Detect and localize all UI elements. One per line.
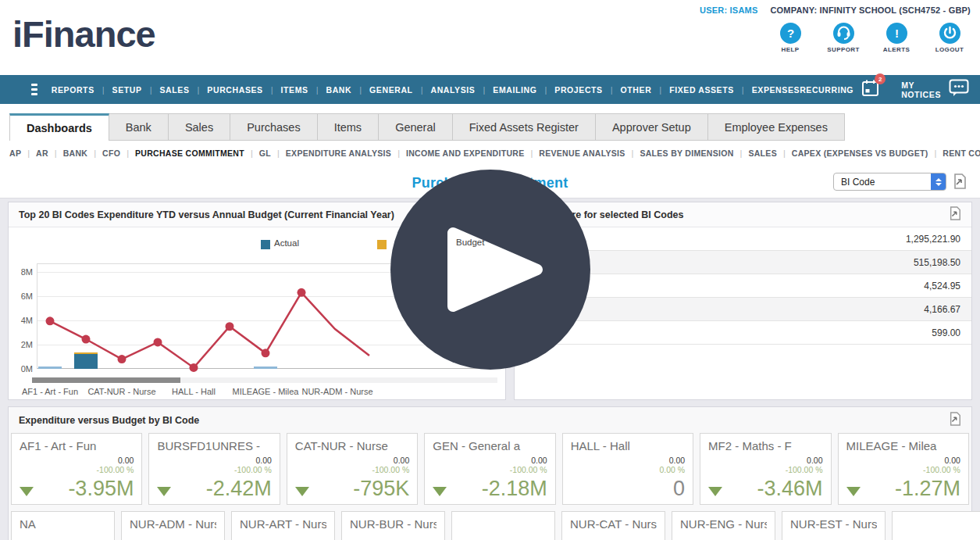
kpi-card-nur-est-nurse[interactable]: NUR-EST - Nurse <box>782 511 886 540</box>
subnav-item-sales-by-dimension[interactable]: SALES BY DIMENSION <box>640 148 733 158</box>
tab-dashboards[interactable]: Dashboards <box>9 113 109 141</box>
y-axis-tick-label: 6M <box>11 291 33 301</box>
tab-purchases[interactable]: Purchases <box>230 113 318 141</box>
kpi-card-title: NUR-CAT - Nurse <box>570 517 657 531</box>
legend-budget-label[interactable]: Budget <box>456 238 484 247</box>
kpi-cards-row1: AF1 - Art - Fun0.00-100.00 %-3.95MBURSFD… <box>11 433 969 505</box>
help-label: HELP <box>769 46 811 53</box>
tab-employee-expenses[interactable]: Employee Expenses <box>708 113 845 141</box>
tab-general[interactable]: General <box>379 113 453 141</box>
kpi-delta: -3.46M <box>757 478 822 499</box>
recurring-button[interactable]: RECURRING <box>800 85 853 95</box>
alerts-button[interactable]: !ALERTS <box>875 23 918 53</box>
legend-actual-label[interactable]: Actual <box>274 238 299 248</box>
alerts-icon: ! <box>886 23 907 44</box>
nav-item-analysis[interactable]: ANALYSIS <box>431 85 476 95</box>
kpi-card-title: NUR-ADM - Nurse <box>130 517 216 531</box>
hamburger-menu-icon[interactable] <box>31 81 37 98</box>
nav-item-bank[interactable]: BANK <box>326 85 352 95</box>
nav-separator: | <box>544 85 547 95</box>
help-button[interactable]: ?HELP <box>769 23 811 53</box>
kpi-card-nur-adm-nurse[interactable]: NUR-ADM - Nurse <box>121 511 225 540</box>
kpi-card-cat-nur-nurse[interactable]: CAT-NUR - Nurse0.00-100.00 %-795K <box>287 433 418 505</box>
table-row[interactable]: 599.00 <box>515 321 971 345</box>
nav-item-reports[interactable]: REPORTS <box>52 85 94 95</box>
legend-committed-swatch[interactable] <box>377 240 387 249</box>
logout-button[interactable]: LOGOUT <box>928 23 971 53</box>
subnav-item-purchase-commitment[interactable]: PURCHASE COMMITMENT <box>135 148 244 158</box>
subnav-item-revenue-analysis[interactable]: REVENUE ANALYSIS <box>539 148 625 158</box>
user-label: USER: ISAMS <box>700 5 757 15</box>
kpi-card-title: NA <box>20 517 106 531</box>
subnav-item-capex-expenses-vs-budget[interactable]: CAPEX (EXPENSES VS BUDGET) <box>792 148 928 158</box>
main-nav-right: RECURRING 2 MY NOTICES <box>800 79 969 100</box>
subnav-item-rent-collection[interactable]: RENT COLLECTION <box>943 148 980 158</box>
subnav-item-income-and-expenditure[interactable]: INCOME AND EXPENDITURE <box>406 148 524 158</box>
company-label: COMPANY: INFINITY SCHOOL (SCH4752 - GBP) <box>770 5 971 15</box>
kpi-bottom-row: -2.18M <box>433 478 547 499</box>
subnav-separator: | <box>127 148 129 158</box>
kpi-card-title: CAT-NUR - Nurse <box>295 439 409 452</box>
nav-item-purchases[interactable]: PURCHASES <box>207 85 262 95</box>
nav-item-fixed-assets[interactable]: FIXED ASSETS <box>669 85 734 95</box>
svg-text:?: ? <box>786 27 793 40</box>
nav-item-emailing[interactable]: EMAILING <box>493 85 536 95</box>
my-notices-button[interactable]: MY NOTICES <box>901 80 941 99</box>
nav-item-items[interactable]: ITEMS <box>281 85 308 95</box>
dimension-select[interactable]: BI Code <box>833 173 946 191</box>
recurring-calendar-icon[interactable]: 2 <box>861 79 879 100</box>
kpi-delta: -795K <box>353 478 409 499</box>
kpi-card-af1-art-fun[interactable]: AF1 - Art - Fun0.00-100.00 %-3.95M <box>11 433 142 505</box>
video-play-overlay[interactable] <box>390 170 590 370</box>
subnav-item-bank[interactable]: BANK <box>63 148 88 158</box>
subnav-separator: | <box>397 148 400 158</box>
tab-sales[interactable]: Sales <box>169 113 230 141</box>
kpi-card-nur-eng-nurse[interactable]: NUR-ENG - Nurse <box>672 511 775 540</box>
support-button[interactable]: SUPPORT <box>822 23 864 53</box>
kpi-card-hall-hall[interactable]: HALL - Hall0.000.00 %0 <box>562 433 693 505</box>
nav-item-general[interactable]: GENERAL <box>369 85 413 95</box>
subnav-item-cfo[interactable]: CFO <box>102 148 120 158</box>
kpi-panel-header: Expenditure versus Budget by BI Code <box>9 407 971 433</box>
down-arrow-icon <box>20 487 34 496</box>
kpi-card-mf2-maths-f[interactable]: MF2 - Maths - F0.00-100.00 %-3.46M <box>700 433 831 505</box>
main-nav-items: REPORTS|SETUP|SALES|PURCHASES|ITEMS|BANK… <box>52 85 800 95</box>
legend-actual-swatch[interactable] <box>261 240 270 249</box>
kpi-card-bursfd1unres[interactable]: BURSFD1UNRES -0.00-100.00 %-2.42M <box>148 433 280 505</box>
nav-item-setup[interactable]: SETUP <box>112 85 142 95</box>
kpi-percent: -100.00 % <box>433 465 547 474</box>
down-arrow-icon <box>157 487 171 496</box>
kpi-card-na[interactable]: NA <box>11 511 115 540</box>
y-axis-tick-label: 8M <box>11 267 33 277</box>
kpi-export-icon[interactable] <box>949 412 961 429</box>
kpi-card-mileage-milea[interactable]: MILEAGE - Milea0.00-100.00 %-1.27M <box>838 433 969 505</box>
kpi-card-nur-bur-nurse[interactable]: NUR-BUR - Nurse <box>341 511 445 540</box>
tab-items[interactable]: Items <box>318 113 379 141</box>
kpi-value: 0.00 <box>708 456 822 465</box>
nav-item-sales[interactable]: SALES <box>159 85 189 95</box>
header-icons: ?HELPSUPPORT!ALERTSLOGOUT <box>769 23 971 53</box>
subnav-item-ar[interactable]: AR <box>36 148 48 158</box>
nav-item-projects[interactable]: PROJECTS <box>554 85 602 95</box>
kpi-card-unlabeled[interactable] <box>892 511 980 540</box>
tab-approver-setup[interactable]: Approver Setup <box>596 113 708 141</box>
kpi-card-gen-general-a[interactable]: GEN - General a0.00-100.00 %-2.18M <box>424 433 555 505</box>
kpi-value: 0.00 <box>433 456 547 465</box>
subnav-item-ap[interactable]: AP <box>9 148 21 158</box>
tab-bank[interactable]: Bank <box>109 113 169 141</box>
table-panel-title: Expenditure for selected BI Codes <box>525 209 949 220</box>
subnav-item-expenditure-analysis[interactable]: EXPENDITURE ANALYSIS <box>286 148 391 158</box>
subnav-item-gl[interactable]: GL <box>259 148 271 158</box>
nav-item-expenses[interactable]: EXPENSES <box>752 85 800 95</box>
kpi-card-unlabeled[interactable] <box>451 511 555 540</box>
nav-item-other[interactable]: OTHER <box>621 85 652 95</box>
kpi-card-nur-art-nurse[interactable]: NUR-ART - Nurse <box>231 511 335 540</box>
table-export-icon[interactable] <box>949 206 961 224</box>
chat-bubble-icon[interactable] <box>949 79 969 100</box>
export-icon[interactable] <box>953 173 967 192</box>
tab-fixed-assets-register[interactable]: Fixed Assets Register <box>453 113 596 141</box>
kpi-card-title: MILEAGE - Milea <box>846 439 960 452</box>
chart-scrollbar-thumb[interactable] <box>32 377 180 383</box>
subnav-item-sales[interactable]: SALES <box>748 148 777 158</box>
kpi-card-nur-cat-nurse[interactable]: NUR-CAT - Nurse <box>561 511 665 540</box>
